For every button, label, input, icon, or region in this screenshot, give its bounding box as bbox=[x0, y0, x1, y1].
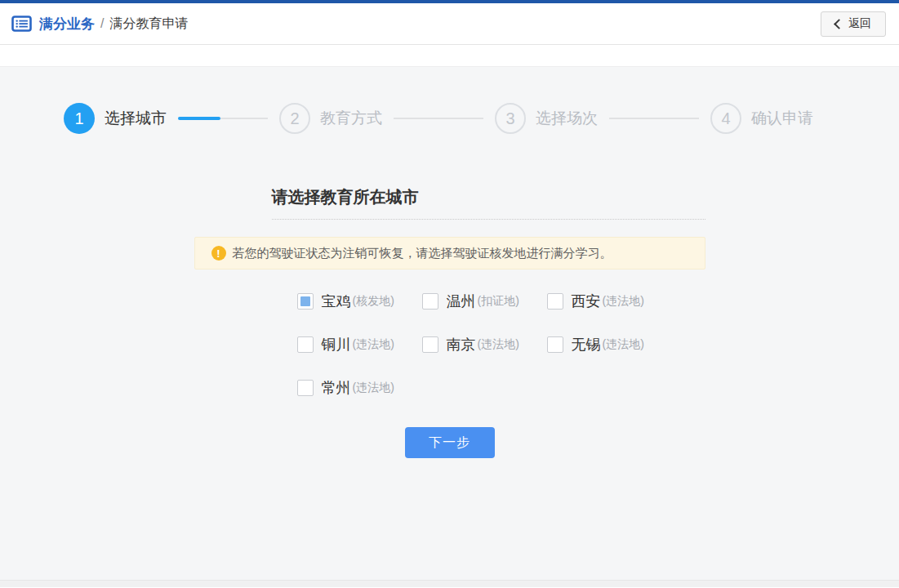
city-tag: (违法地) bbox=[478, 337, 519, 352]
step-2-circle: 2 bbox=[279, 103, 310, 134]
city-name: 温州 bbox=[447, 292, 476, 311]
city-tag: (违法地) bbox=[353, 381, 394, 395]
city-options-grid: 宝鸡(核发地)温州(扣证地)西安(违法地)铜川(违法地)南京(违法地)无锡(违法… bbox=[297, 292, 705, 398]
city-tag: (违法地) bbox=[603, 337, 644, 352]
header-gap bbox=[0, 45, 899, 66]
next-step-button[interactable]: 下一步 bbox=[405, 427, 495, 458]
city-name: 铜川 bbox=[322, 335, 351, 354]
step-3-circle: 3 bbox=[495, 103, 526, 134]
step-4: 4确认申请 bbox=[710, 103, 813, 134]
back-button-label: 返回 bbox=[848, 16, 871, 31]
step-1: 1选择城市 bbox=[64, 103, 167, 134]
checkbox-unchecked-icon[interactable] bbox=[422, 293, 438, 310]
city-option-4[interactable]: 铜川(违法地) bbox=[297, 335, 422, 354]
step-4-circle: 4 bbox=[710, 103, 741, 134]
city-tag: (违法地) bbox=[603, 294, 644, 309]
city-option-2[interactable]: 温州(扣证地) bbox=[422, 292, 547, 311]
checkbox-unchecked-icon[interactable] bbox=[297, 336, 314, 353]
city-name: 西安 bbox=[572, 292, 601, 311]
step-connector-1 bbox=[178, 117, 268, 120]
city-name: 无锡 bbox=[572, 335, 601, 354]
checkbox-unchecked-icon[interactable] bbox=[422, 336, 438, 353]
breadcrumb-current: 满分教育申请 bbox=[109, 16, 188, 33]
city-name: 南京 bbox=[447, 335, 476, 354]
step-1-label: 选择城市 bbox=[105, 108, 167, 129]
step-connector-3 bbox=[609, 118, 699, 119]
step-2: 2教育方式 bbox=[279, 103, 382, 134]
breadcrumb-separator: / bbox=[100, 16, 104, 31]
notice-banner: ! 若您的驾驶证状态为注销可恢复，请选择驾驶证核发地进行满分学习。 bbox=[194, 237, 705, 270]
checkbox-unchecked-icon[interactable] bbox=[297, 380, 314, 396]
city-tag: (扣证地) bbox=[478, 294, 519, 309]
back-button[interactable]: 返回 bbox=[821, 11, 886, 37]
warning-icon: ! bbox=[211, 246, 226, 261]
city-tag: (核发地) bbox=[353, 294, 394, 309]
page-title: 请选择教育所在城市 bbox=[272, 186, 705, 208]
header: 满分业务 / 满分教育申请 返回 bbox=[0, 3, 899, 45]
step-1-circle: 1 bbox=[64, 103, 95, 134]
connector-progress-segment bbox=[178, 117, 220, 120]
checkbox-unchecked-icon[interactable] bbox=[547, 336, 563, 353]
connector-remaining-segment bbox=[220, 118, 268, 119]
breadcrumb-primary[interactable]: 满分业务 bbox=[39, 15, 95, 33]
main-panel: 1选择城市2教育方式3选择场次4确认申请 请选择教育所在城市 ! 若您的驾驶证状… bbox=[0, 66, 899, 580]
step-2-label: 教育方式 bbox=[320, 108, 382, 129]
city-option-1[interactable]: 宝鸡(核发地) bbox=[297, 292, 422, 311]
connector-remaining-segment bbox=[609, 118, 699, 119]
checkbox-unchecked-icon[interactable] bbox=[547, 293, 563, 310]
city-tag: (违法地) bbox=[353, 337, 394, 352]
city-name: 宝鸡 bbox=[322, 292, 351, 311]
chevron-left-icon bbox=[834, 19, 844, 29]
connector-remaining-segment bbox=[394, 118, 483, 119]
form-title-block: 请选择教育所在城市 bbox=[272, 186, 705, 220]
city-option-6[interactable]: 无锡(违法地) bbox=[547, 335, 672, 354]
city-option-3[interactable]: 西安(违法地) bbox=[547, 292, 672, 311]
step-3: 3选择场次 bbox=[495, 103, 598, 134]
step-4-label: 确认申请 bbox=[751, 108, 813, 129]
step-connector-2 bbox=[394, 118, 483, 119]
notice-text: 若您的驾驶证状态为注销可恢复，请选择驾驶证核发地进行满分学习。 bbox=[233, 246, 612, 261]
city-option-7[interactable]: 常州(违法地) bbox=[297, 378, 422, 398]
footer-strip bbox=[0, 580, 899, 587]
city-option-5[interactable]: 南京(违法地) bbox=[422, 335, 547, 354]
city-name: 常州 bbox=[322, 378, 351, 398]
step-3-label: 选择场次 bbox=[536, 108, 598, 129]
stepper: 1选择城市2教育方式3选择场次4确认申请 bbox=[0, 67, 899, 134]
form-content: 请选择教育所在城市 ! 若您的驾驶证状态为注销可恢复，请选择驾驶证核发地进行满分… bbox=[194, 186, 705, 458]
list-icon bbox=[11, 16, 32, 32]
checkbox-checked-icon[interactable] bbox=[297, 293, 314, 310]
